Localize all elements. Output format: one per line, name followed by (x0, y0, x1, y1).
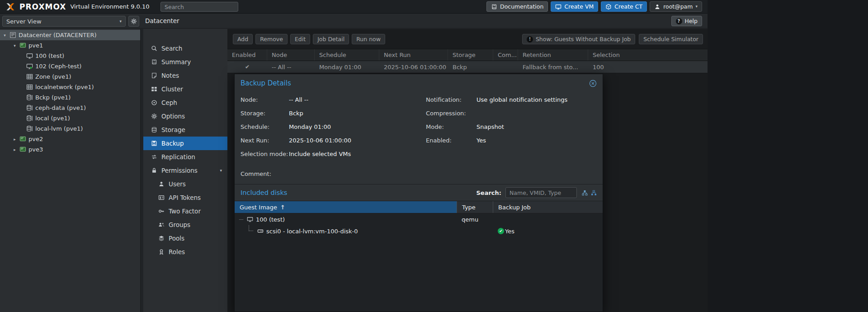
close-icon[interactable] (589, 80, 597, 87)
menu-item-label: Replication (161, 153, 195, 161)
product-version: Virtual Environment 9.0.10 (70, 3, 149, 10)
field-label: Next Run: (241, 137, 289, 144)
tree-item-pve2[interactable]: ▸pve2 (0, 134, 140, 144)
caret-right-icon[interactable]: ▸ (12, 137, 17, 142)
gear-icon (151, 113, 157, 119)
tree-item-100-test[interactable]: 100 (test) (0, 51, 140, 61)
proxmox-app: PROXMOX Virtual Environment 9.0.10 Docum… (0, 0, 708, 312)
disks-column-header-backup-job[interactable]: Backup Job (493, 201, 603, 213)
gear-icon (131, 18, 137, 24)
menu-item-label: Notes (161, 72, 179, 79)
disks-column-header-guest-image[interactable]: Guest Image↑ (235, 201, 457, 213)
backup-details-fields: Node:-- All --Notification:Use global no… (235, 92, 603, 184)
menu-item-api-tokens[interactable]: API Tokens (143, 191, 227, 204)
menu-item-cluster[interactable]: Cluster (143, 82, 227, 96)
disks-column-header-type[interactable]: Type (457, 201, 493, 213)
menu-item-label: Roles (169, 248, 185, 255)
tree-item-ceph-data-pve1[interactable]: ceph-data (pve1) (0, 103, 140, 113)
menu-item-pools[interactable]: Pools (143, 232, 227, 245)
tree-item-label: Zone (pve1) (35, 73, 71, 80)
tree-item-zone-pve1[interactable]: Zone (pve1) (0, 71, 140, 82)
create-ct-button[interactable]: Create CT (601, 1, 647, 12)
collapse-tree-icon[interactable] (591, 190, 597, 196)
disk-row-scsi0-local-lvm-vm-100-disk-0[interactable]: scsi0 - local-lvm:vm-100-disk-0✔Yes (235, 225, 603, 237)
vm-icon (26, 52, 33, 59)
menu-item-label: Search (161, 45, 182, 52)
disk-row-100-test[interactable]: 100 (test)qemu (235, 213, 603, 225)
menu-item-label: API Tokens (169, 194, 201, 201)
tree-item-datacenter-datacenter[interactable]: ▾Datacenter (DATACENTER) (0, 30, 140, 40)
tree-item-label: pve2 (28, 136, 43, 142)
cell-backup-job (493, 213, 603, 225)
storage-icon (26, 104, 33, 111)
caret-down-icon[interactable]: ▾ (2, 33, 7, 38)
menu-item-ceph[interactable]: Ceph (143, 96, 227, 109)
user-label: root@pam (663, 3, 693, 10)
tree-item-local-pve1[interactable]: local (pve1) (0, 113, 140, 123)
tree-item-local-lvm-pve1[interactable]: local-lvm (pve1) (0, 123, 140, 134)
expand-tree-icon[interactable] (582, 190, 588, 196)
menu-item-users[interactable]: Users (143, 177, 227, 191)
token-icon (158, 194, 165, 201)
menu-item-two-factor[interactable]: Two Factor (143, 204, 227, 218)
book-icon (491, 4, 497, 10)
menu-item-label: Options (161, 113, 185, 120)
caret-down-icon: ▾ (695, 5, 698, 9)
menu-item-label: Storage (161, 126, 185, 133)
menu-item-backup[interactable]: Backup (143, 137, 227, 150)
cell-guest-image: 100 (test) (235, 213, 457, 225)
field-value: 2025-10-06 01:00:00 (289, 137, 426, 144)
tree-item-label: ceph-data (pve1) (35, 104, 86, 111)
backup-details-modal: Backup Details Node:-- All --Notificatio… (234, 74, 603, 312)
pools-icon (158, 235, 165, 241)
menu-item-roles[interactable]: Roles (143, 245, 227, 259)
view-settings-button[interactable] (128, 16, 139, 27)
field-value: Yes (476, 137, 597, 144)
tree-item-pve1[interactable]: ▾pve1 (0, 40, 140, 51)
disks-search-input[interactable] (505, 187, 577, 198)
tree-item-bckp-pve1[interactable]: Bckp (pve1) (0, 92, 140, 103)
field-label: Notification: (426, 96, 476, 104)
caret-right-icon[interactable]: ▸ (12, 147, 17, 152)
menu-item-permissions[interactable]: Permissions▾ (143, 164, 227, 177)
field-value: Include selected VMs (289, 150, 426, 158)
documentation-button[interactable]: Documentation (486, 1, 548, 12)
tree-item-label: pve3 (28, 146, 43, 153)
tree-item-localnetwork-pve1[interactable]: localnetwork (pve1) (0, 82, 140, 92)
search-icon (151, 45, 157, 52)
resource-tree: ▾Datacenter (DATACENTER)▾pve1100 (test)1… (0, 29, 141, 312)
help-button[interactable]: ? Help (671, 16, 703, 26)
menu-item-label: Summary (161, 58, 191, 66)
user-menu-button[interactable]: root@pam ▾ (650, 1, 702, 12)
menu-item-search[interactable]: Search (143, 42, 227, 55)
view-selector[interactable]: Server View ▾ (2, 16, 126, 27)
breadcrumb: Datacenter (145, 17, 179, 24)
field-label: Node: (241, 96, 289, 104)
menu-item-groups[interactable]: Groups (143, 218, 227, 232)
tree-item-102-ceph-test[interactable]: 102 (Ceph-test) (0, 61, 140, 71)
tree-item-label: Datacenter (DATACENTER) (19, 32, 97, 38)
cube-icon (605, 4, 612, 10)
create-vm-button[interactable]: Create VM (551, 1, 598, 12)
modal-title: Backup Details (241, 79, 291, 87)
caret-down-icon[interactable]: ▾ (12, 43, 17, 48)
included-disks-title: Included disks (241, 189, 287, 196)
menu-item-summary[interactable]: Summary (143, 55, 227, 69)
tree-item-label: pve1 (28, 42, 43, 49)
menu-item-options[interactable]: Options (143, 109, 227, 123)
menu-item-storage[interactable]: Storage (143, 123, 227, 137)
caret-down-icon: ▾ (220, 168, 222, 173)
caret-down-icon: ▾ (119, 19, 122, 24)
global-search-input[interactable] (160, 2, 238, 12)
monitor-icon (555, 4, 561, 10)
menu-item-notes[interactable]: Notes (143, 69, 227, 82)
tree-item-pve3[interactable]: ▸pve3 (0, 144, 140, 155)
modal-header: Backup Details (235, 74, 603, 92)
menu-item-replication[interactable]: Replication (143, 150, 227, 164)
cell-type: qemu (457, 213, 493, 225)
top-actions: Documentation Create VM Create CT root@p… (486, 1, 702, 12)
field-value: Bckp (289, 109, 426, 117)
field-label: Storage: (241, 109, 289, 117)
storage-icon (26, 94, 33, 101)
tree-item-label: local (pve1) (35, 115, 70, 122)
